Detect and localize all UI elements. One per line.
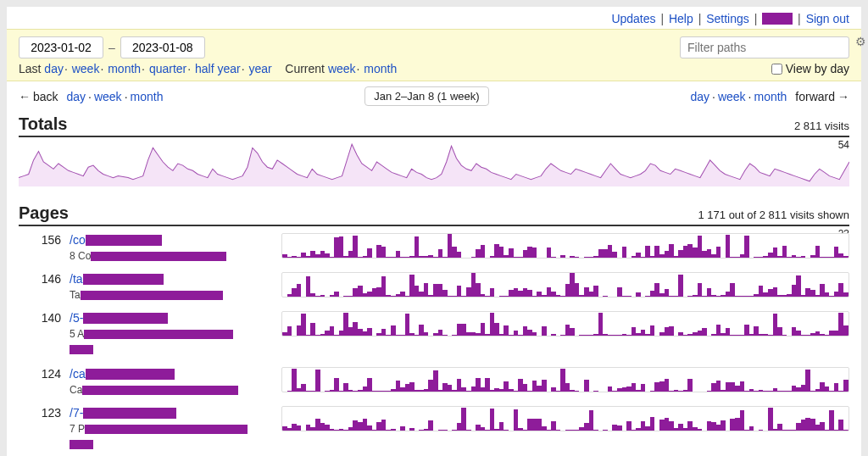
- view-by-day-label[interactable]: View by day: [771, 62, 849, 75]
- redacted-text: [85, 425, 248, 434]
- fwd-week-link[interactable]: week: [718, 90, 746, 103]
- page-row: 123/7-7 P: [19, 403, 849, 456]
- page-count: 156: [19, 233, 61, 247]
- back-arrow-icon[interactable]: ←: [19, 90, 31, 103]
- back-month-link[interactable]: month: [131, 90, 164, 103]
- page-path-link[interactable]: /7-: [70, 406, 83, 420]
- page-count: 146: [19, 272, 61, 286]
- page-sparkline: [281, 311, 849, 336]
- page-subtitle: Ca: [70, 384, 273, 396]
- redacted-text: [82, 386, 238, 395]
- pages-summary: 1 171 out of 2 811 visits shown: [698, 209, 849, 221]
- redacted-text: [83, 313, 168, 324]
- filter-paths-input[interactable]: [680, 36, 849, 58]
- redacted-text: [86, 235, 162, 246]
- page-count: 140: [19, 311, 61, 325]
- totals-chart: 54: [19, 139, 849, 186]
- date-to-input[interactable]: [120, 36, 205, 58]
- totals-summary: 2 811 visits: [794, 120, 849, 132]
- page-path[interactable]: /ca: [70, 367, 273, 381]
- settings-link[interactable]: Settings: [706, 12, 749, 25]
- page-subtitle: 8 Co: [70, 250, 273, 262]
- gear-icon[interactable]: ⚙: [855, 35, 866, 48]
- totals-ymax: 54: [838, 139, 849, 151]
- page-path-link[interactable]: /ta: [70, 272, 83, 286]
- redacted-text: [84, 330, 233, 339]
- page-subtitle: 7 P: [70, 423, 273, 435]
- back-day-link[interactable]: day: [66, 90, 86, 103]
- last-quarter-link[interactable]: quarter: [149, 62, 186, 75]
- back-week-link[interactable]: week: [94, 90, 122, 103]
- page-sparkline: [281, 406, 849, 431]
- updates-link[interactable]: Updates: [611, 12, 655, 25]
- last-month-link[interactable]: month: [108, 62, 141, 75]
- page-row: 156/co8 Co: [19, 230, 849, 269]
- sep: |: [796, 12, 803, 25]
- page-sparkline: [281, 233, 849, 259]
- forward-arrow-icon[interactable]: →: [837, 90, 849, 103]
- redacted-text: [70, 345, 93, 354]
- last-label: Last: [19, 62, 41, 75]
- last-halfyear-link[interactable]: half year: [195, 62, 241, 75]
- current-month-link[interactable]: month: [364, 62, 397, 75]
- view-by-day-checkbox[interactable]: [771, 64, 782, 75]
- page-sparkline: [281, 367, 849, 392]
- user-name-redacted: [762, 13, 793, 25]
- help-link[interactable]: Help: [669, 12, 693, 25]
- page-path[interactable]: /5-: [70, 311, 273, 325]
- page-row: 146/taTa: [19, 269, 849, 308]
- date-from-input[interactable]: [19, 36, 103, 58]
- fwd-day-link[interactable]: day: [690, 90, 709, 103]
- redacted-text: [91, 252, 226, 261]
- page-subtitle: Ta: [70, 289, 273, 301]
- sep: |: [753, 12, 760, 25]
- page-path[interactable]: /co: [70, 233, 273, 247]
- page-count: 124: [19, 367, 61, 381]
- current-week-link[interactable]: week: [328, 62, 356, 75]
- page-sparkline: [281, 272, 849, 298]
- page-path-link[interactable]: /co: [70, 233, 86, 247]
- date-range-pill: Jan 2–Jan 8 (1 week): [364, 86, 488, 106]
- redacted-text: [86, 369, 175, 380]
- back-label: back: [33, 90, 58, 103]
- signout-link[interactable]: Sign out: [806, 12, 849, 25]
- redacted-text: [83, 274, 164, 285]
- forward-label: forward: [795, 90, 835, 103]
- date-range-dash: –: [108, 41, 115, 54]
- page-count: 123: [19, 406, 61, 420]
- sep: |: [659, 12, 665, 25]
- page-path[interactable]: /ta: [70, 272, 273, 286]
- page-path-link[interactable]: /5-: [70, 311, 83, 325]
- page-path-link[interactable]: /ca: [70, 367, 86, 381]
- last-year-link[interactable]: year: [249, 62, 272, 75]
- sep: |: [697, 12, 704, 25]
- redacted-text: [83, 408, 176, 419]
- page-row: 124/caCa: [19, 364, 849, 403]
- last-day-link[interactable]: day: [44, 62, 64, 75]
- page-row: 140/5-5 A: [19, 308, 849, 364]
- redacted-text: [70, 440, 93, 449]
- pages-heading: Pages 1 171 out of 2 811 visits shown: [19, 203, 849, 226]
- current-label: Current: [285, 62, 325, 75]
- totals-heading: Totals 2 811 visits: [19, 114, 849, 137]
- last-week-link[interactable]: week: [72, 62, 100, 75]
- fwd-month-link[interactable]: month: [754, 90, 787, 103]
- redacted-text: [81, 291, 223, 300]
- page-path[interactable]: /7-: [70, 406, 273, 420]
- page-subtitle: 5 A: [70, 328, 273, 340]
